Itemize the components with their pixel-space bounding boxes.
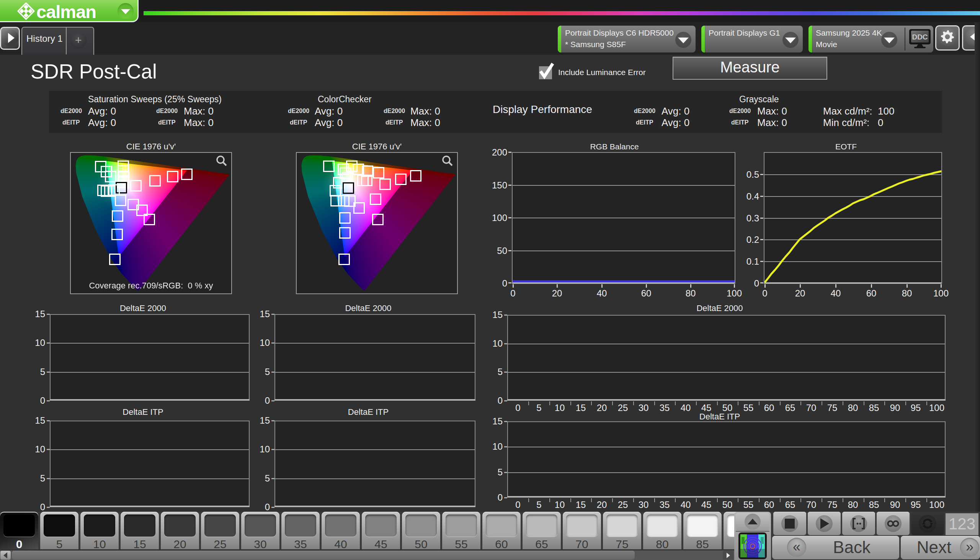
svg-text:DDC: DDC: [912, 33, 928, 41]
